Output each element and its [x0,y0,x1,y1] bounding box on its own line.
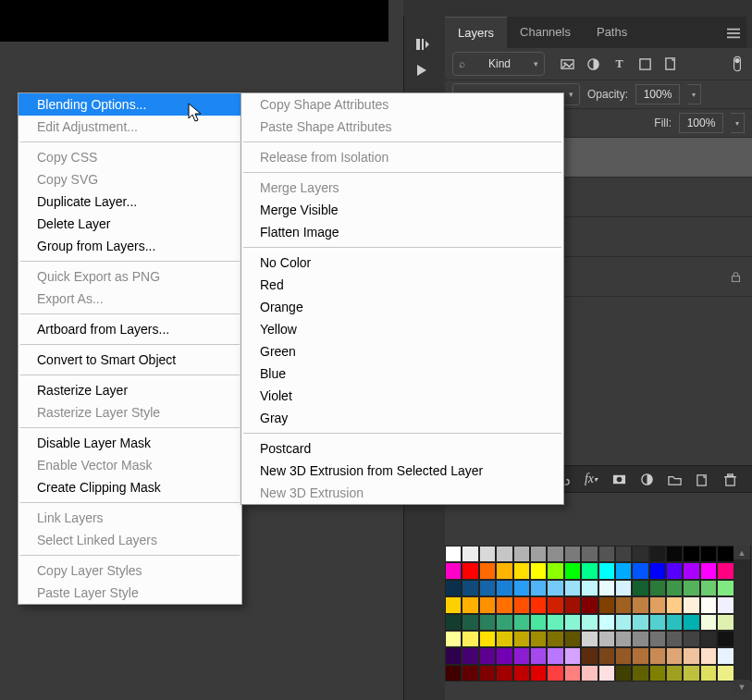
swatch[interactable] [700,562,717,579]
swatch[interactable] [649,647,666,664]
play-icon[interactable] [414,63,429,78]
swatch[interactable] [649,580,666,596]
new-layer-icon[interactable] [695,472,709,486]
type-layers-icon[interactable]: T [611,56,626,71]
swatch[interactable] [445,665,462,682]
swatch[interactable] [496,647,512,664]
swatch[interactable] [496,562,512,579]
opacity-value[interactable]: 100% [635,84,680,104]
swatch[interactable] [615,546,632,562]
swatch[interactable] [513,596,530,613]
swatch[interactable] [581,580,598,596]
swatch[interactable] [445,596,462,613]
swatch[interactable] [615,631,632,647]
swatch[interactable] [564,546,581,562]
swatch[interactable] [496,596,512,613]
menu-color-green[interactable]: Green [241,340,563,362]
swatch[interactable] [717,546,734,562]
swatch[interactable] [632,614,648,631]
swatch[interactable] [564,596,581,613]
menu-postcard[interactable]: Postcard [241,437,563,460]
swatch[interactable] [564,562,581,579]
menu-duplicate-layer[interactable]: Duplicate Layer... [18,190,241,213]
swatch[interactable] [547,596,563,613]
swatch[interactable] [513,580,530,596]
menu-delete-layer[interactable]: Delete Layer [18,213,241,235]
swatch[interactable] [479,596,496,613]
menu-color-orange[interactable]: Orange [241,296,563,318]
swatch[interactable] [598,580,615,596]
swatch[interactable] [530,562,547,579]
swatch[interactable] [581,647,598,664]
swatch[interactable] [700,647,717,664]
swatch[interactable] [683,665,699,682]
filter-kind-dropdown[interactable]: ⌕ Kind ▾ [452,52,545,76]
trash-icon[interactable] [722,472,737,486]
swatch[interactable] [462,647,478,664]
layer-mask-icon[interactable] [611,472,626,486]
swatch[interactable] [547,647,563,664]
menu-group-from-layers[interactable]: Group from Layers... [18,235,241,257]
swatch[interactable] [666,631,683,647]
swatch[interactable] [683,580,699,596]
swatch[interactable] [547,546,563,562]
swatch[interactable] [530,647,547,664]
swatch[interactable] [530,665,547,682]
menu-create-clipping-mask[interactable]: Create Clipping Mask [18,476,241,498]
tab-paths[interactable]: Paths [584,17,640,48]
menu-artboard-from-layers[interactable]: Artboard from Layers... [18,318,241,340]
scroll-up-icon[interactable]: ▲ [734,546,750,559]
swatch[interactable] [479,614,496,631]
swatch[interactable] [649,596,666,613]
swatch[interactable] [462,665,478,682]
swatch[interactable] [666,596,683,613]
opacity-stepper[interactable]: ▾ [687,84,701,104]
swatch[interactable] [598,562,615,579]
swatch[interactable] [564,614,581,631]
swatch[interactable] [479,562,496,579]
swatch[interactable] [513,665,530,682]
swatch[interactable] [717,562,734,579]
swatch[interactable] [462,546,478,562]
menu-disable-layer-mask[interactable]: Disable Layer Mask [18,432,241,454]
tab-channels[interactable]: Channels [507,17,584,48]
swatch[interactable] [598,631,615,647]
swatch[interactable] [632,665,648,682]
swatch[interactable] [700,580,717,596]
swatch[interactable] [530,596,547,613]
swatch[interactable] [615,665,632,682]
swatch[interactable] [683,631,699,647]
swatch[interactable] [598,596,615,613]
swatch[interactable] [615,596,632,613]
swatch[interactable] [462,596,478,613]
swatch[interactable] [717,665,734,682]
swatch[interactable] [581,631,598,647]
group-icon[interactable] [667,472,682,486]
menu-rasterize-layer[interactable]: Rasterize Layer [18,379,241,401]
swatch[interactable] [632,580,648,596]
swatch[interactable] [683,647,699,664]
swatch[interactable] [445,562,462,579]
swatch[interactable] [547,562,563,579]
swatch[interactable] [717,614,734,631]
menu-convert-smart-object[interactable]: Convert to Smart Object [18,349,241,371]
swatch[interactable] [632,631,648,647]
menu-color-none[interactable]: No Color [241,252,563,274]
swatch[interactable] [462,614,478,631]
swatch[interactable] [496,614,512,631]
swatch[interactable] [496,665,512,682]
swatch[interactable] [615,614,632,631]
swatch[interactable] [445,647,462,664]
swatch[interactable] [496,631,512,647]
menu-new-3d-extrusion-selected[interactable]: New 3D Extrusion from Selected Layer [241,460,563,482]
swatch[interactable] [598,665,615,682]
swatch[interactable] [547,614,563,631]
swatch[interactable] [615,562,632,579]
smart-layers-icon[interactable] [663,56,678,71]
swatch[interactable] [649,562,666,579]
menu-color-blue[interactable]: Blue [241,362,563,385]
swatch[interactable] [666,546,683,562]
swatches-scrollbar[interactable]: ▲ ▼ [734,546,750,694]
swatch[interactable] [513,647,530,664]
menu-merge-visible[interactable]: Merge Visible [241,199,563,221]
